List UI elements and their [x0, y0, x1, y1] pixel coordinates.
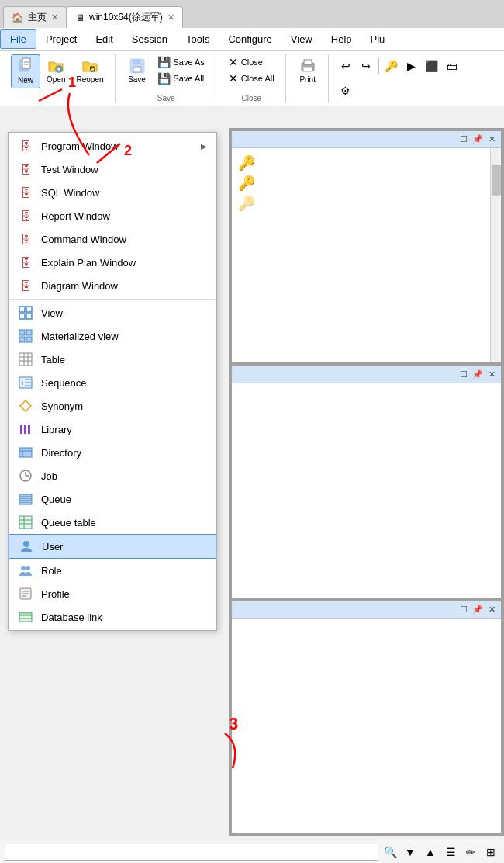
- dropdown-menu: 🗄 Program Window ▶ 🗄 Test Window 🗄 SQL W…: [8, 132, 217, 631]
- up-btn[interactable]: ▲: [422, 844, 439, 861]
- user-icon: [19, 539, 34, 554]
- svg-rect-9: [133, 59, 140, 64]
- dropdown-queue[interactable]: Queue: [9, 487, 216, 511]
- ribbon-section-icons: ↩ ↪ 🔑 ▶ ⬛ 🗃 ⚙: [330, 54, 485, 102]
- menu-tools[interactable]: Tools: [177, 30, 219, 48]
- status-input[interactable]: [5, 844, 378, 861]
- job-icon: [18, 468, 33, 483]
- diagram-window-icon: 🗄: [18, 278, 33, 293]
- panel-1-scrollbar[interactable]: [490, 148, 501, 362]
- new-button[interactable]: New: [11, 54, 40, 88]
- panel-1-close[interactable]: ✕: [485, 133, 498, 146]
- tab-home-close[interactable]: ✕: [51, 12, 58, 23]
- dropdown-queue-table[interactable]: Queue table: [9, 511, 216, 534]
- pencil-btn[interactable]: ✏: [462, 844, 479, 861]
- svg-rect-43: [19, 498, 32, 501]
- menu-configure[interactable]: Configure: [219, 30, 281, 48]
- sql-window-icon: 🗄: [18, 185, 33, 200]
- panel-2-close[interactable]: ✕: [485, 369, 498, 381]
- dropdown-explain-plan-window[interactable]: 🗄 Explain Plan Window: [9, 251, 216, 274]
- submenu-arrow: ▶: [201, 142, 207, 151]
- panel-1-pin[interactable]: 📌: [471, 133, 484, 146]
- explain-plan-icon: 🗄: [18, 255, 33, 270]
- panel-2-restore[interactable]: ☐: [457, 369, 470, 381]
- tab-win10x64[interactable]: 🖥 win10x64(徐远军) ✕: [67, 6, 183, 28]
- dropdown-database-link[interactable]: Database link: [9, 605, 216, 629]
- save-button[interactable]: Save: [123, 54, 151, 87]
- directory-icon: [18, 445, 33, 460]
- save-as-button[interactable]: 💾 Save As: [153, 54, 209, 70]
- key-button[interactable]: 🔑: [382, 57, 401, 75]
- sep1: [378, 58, 379, 74]
- close-button[interactable]: ✕ Close: [224, 54, 279, 70]
- menu-plus[interactable]: Plu: [361, 30, 395, 48]
- dropdown-view[interactable]: View: [9, 301, 216, 324]
- menu-edit[interactable]: Edit: [86, 30, 122, 48]
- print-button[interactable]: Print: [294, 54, 322, 87]
- panel-3-close[interactable]: ✕: [485, 604, 498, 616]
- db-button[interactable]: 🗃: [443, 57, 461, 75]
- redo-button[interactable]: ↪: [357, 57, 375, 75]
- menu-file[interactable]: File: [0, 29, 36, 49]
- dropdown-sql-window[interactable]: 🗄 SQL Window: [9, 181, 216, 204]
- toolbar-area: File Project Edit Session Tools Configur…: [0, 28, 504, 106]
- dropdown-job[interactable]: Job: [9, 464, 216, 487]
- panel-3-pin[interactable]: 📌: [471, 604, 484, 616]
- dropdown-directory[interactable]: Directory: [9, 441, 216, 464]
- panel-3-restore[interactable]: ☐: [457, 604, 470, 616]
- menu-help[interactable]: Help: [322, 30, 361, 48]
- close-all-button[interactable]: ✕ Close All: [224, 71, 279, 86]
- svg-rect-13: [304, 60, 312, 64]
- menu-view[interactable]: View: [281, 30, 322, 48]
- panel-1-scroll-thumb: [492, 165, 501, 196]
- open-button[interactable]: Open: [42, 54, 70, 87]
- svg-rect-19: [26, 330, 32, 335]
- close-all-label: Close All: [241, 74, 274, 83]
- panel-2-pin[interactable]: 📌: [471, 369, 484, 381]
- dropdown-user[interactable]: User: [9, 534, 216, 559]
- tab-home[interactable]: 🏠 主页 ✕: [3, 6, 67, 28]
- tab-win10x64-close[interactable]: ✕: [167, 12, 174, 23]
- svg-rect-16: [19, 314, 25, 319]
- dropdown-test-window[interactable]: 🗄 Test Window: [9, 158, 216, 181]
- dropdown-role[interactable]: Role: [9, 559, 216, 582]
- search-btn[interactable]: 🔍: [381, 844, 399, 861]
- dropdown-program-window[interactable]: 🗄 Program Window ▶: [9, 134, 216, 158]
- save-all-label: Save All: [174, 74, 205, 83]
- menu-session[interactable]: Session: [123, 30, 177, 48]
- dropdown-materialized-view[interactable]: Materialized view: [9, 324, 216, 348]
- reopen-button[interactable]: Reopen: [71, 54, 108, 87]
- dropdown-profile-label: Profile: [41, 588, 207, 600]
- dropdown-synonym[interactable]: Synonym: [9, 394, 216, 418]
- settings-button[interactable]: ⚙: [337, 81, 355, 100]
- dropdown-profile[interactable]: Profile: [9, 582, 216, 605]
- menu-project[interactable]: Project: [36, 30, 86, 48]
- dropdown-library[interactable]: Library: [9, 418, 216, 441]
- layout-btn[interactable]: ⊞: [482, 844, 499, 861]
- tab-home-label: 主页: [28, 11, 47, 24]
- dropdown-table[interactable]: Table: [9, 348, 216, 371]
- ribbon-save-row: Save 💾 Save As 💾 Save All: [123, 54, 209, 87]
- undo-button[interactable]: ↩: [337, 57, 355, 75]
- panel-2: ☐ 📌 ✕: [231, 366, 502, 598]
- list-btn[interactable]: ☰: [442, 844, 459, 861]
- panel-1-restore[interactable]: ☐: [457, 133, 470, 146]
- dropdown-diagram-window[interactable]: 🗄 Diagram Window: [9, 274, 216, 297]
- svg-rect-45: [19, 516, 32, 529]
- down-btn[interactable]: ▼: [402, 844, 419, 861]
- panel-2-body: [232, 383, 501, 598]
- svg-rect-42: [19, 494, 32, 497]
- run-button[interactable]: ▶: [402, 57, 421, 75]
- table-icon: [18, 352, 33, 367]
- home-icon: 🏠: [12, 12, 23, 23]
- svg-rect-35: [28, 425, 30, 434]
- dropdown-sequence[interactable]: + Sequence: [9, 371, 216, 394]
- stop-button[interactable]: ⬛: [423, 57, 441, 75]
- view-icon: [18, 305, 33, 321]
- save-all-icon: 💾: [157, 72, 171, 85]
- save-all-button[interactable]: 💾 Save All: [153, 71, 209, 86]
- panel-3: ☐ 📌 ✕: [231, 601, 502, 834]
- dropdown-report-window[interactable]: 🗄 Report Window: [9, 204, 216, 227]
- dropdown-command-window[interactable]: 🗄 Command Window: [9, 227, 216, 251]
- profile-icon: [18, 586, 33, 601]
